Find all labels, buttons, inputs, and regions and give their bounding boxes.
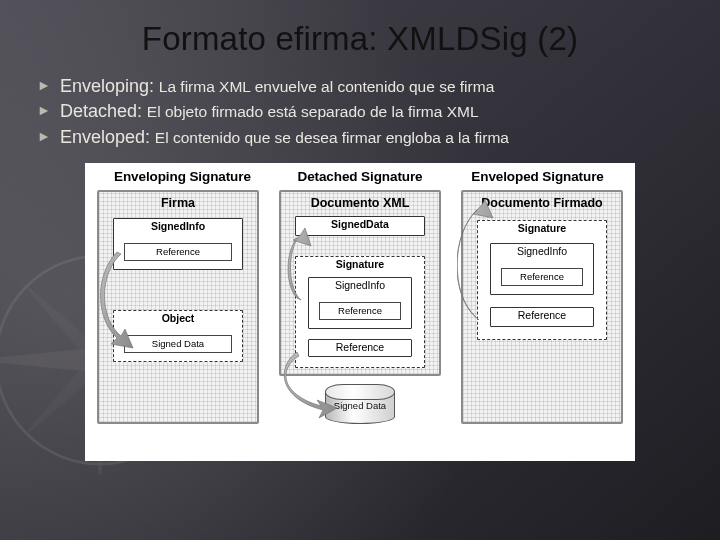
ref-label: Reference (502, 271, 582, 282)
slide: Formato efirma: XMLDSig (2) ► Enveloping… (0, 0, 720, 540)
page-title: Formato efirma: XMLDSig (2) (30, 20, 690, 58)
ref-label: Reference (491, 310, 593, 321)
bullet-list: ► Enveloping: La firma XML envuelve al c… (36, 74, 690, 149)
signature-label: Signature (296, 259, 424, 270)
ref-label: Reference (125, 246, 231, 257)
outer-label: Documento XML (281, 196, 439, 210)
bullet-term: Detached: (60, 101, 142, 121)
bullet-item: ► Enveloping: La firma XML envuelve al c… (36, 74, 690, 98)
outer-label: Firma (99, 196, 257, 210)
db-label: Signed Data (325, 400, 395, 411)
triangle-icon: ► (36, 99, 52, 121)
xmldsig-diagram: Enveloping Signature Detached Signature … (85, 163, 635, 461)
outer-label: Documento Firmado (463, 196, 621, 210)
signedinfo-label: SignedInfo (491, 246, 593, 257)
header-enveloped: Enveloped Signature (450, 169, 625, 184)
panel-enveloping: Firma SignedInfo Reference Object Signed… (93, 188, 263, 430)
header-detached: Detached Signature (273, 169, 448, 184)
bullet-desc: La firma XML envuelve al contenido que s… (159, 78, 494, 95)
bullet-item: ► Enveloped: El contenido que se desea f… (36, 125, 690, 149)
database-icon: Signed Data (325, 384, 395, 424)
ref-label: Reference (309, 342, 411, 353)
header-enveloping: Enveloping Signature (95, 169, 270, 184)
bullet-term: Enveloped: (60, 127, 150, 147)
signeddata-label: Signed Data (125, 338, 231, 349)
bullet-desc: El contenido que se desea firmar engloba… (155, 129, 509, 146)
bullet-item: ► Detached: El objeto firmado está separ… (36, 99, 690, 123)
signature-label: Signature (478, 223, 606, 234)
bullet-desc: El objeto firmado está separado de la fi… (147, 103, 479, 120)
signedinfo-label: SignedInfo (114, 221, 242, 232)
signedinfo-label: SignedInfo (309, 280, 411, 291)
panel-enveloped: Documento Firmado Signature SignedInfo R… (457, 188, 627, 430)
bullet-term: Enveloping: (60, 76, 154, 96)
object-label: Object (114, 313, 242, 324)
signeddata-label: SignedData (296, 219, 424, 230)
ref-label: Reference (320, 305, 400, 316)
triangle-icon: ► (36, 125, 52, 147)
panel-detached: Documento XML SignedData Signature Signe… (275, 188, 445, 430)
triangle-icon: ► (36, 74, 52, 96)
